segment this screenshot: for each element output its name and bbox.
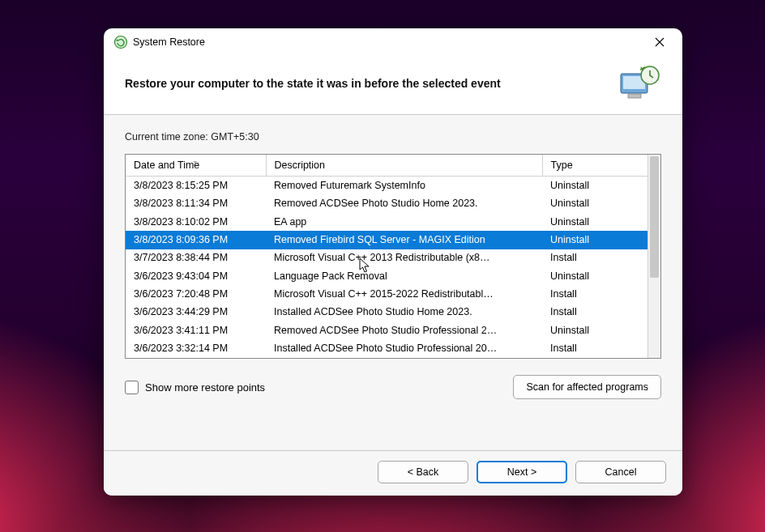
table-cell: Install <box>542 304 647 321</box>
titlebar[interactable]: System Restore <box>104 28 682 56</box>
header-band: Restore your computer to the state it wa… <box>104 56 682 115</box>
system-restore-icon <box>113 35 128 49</box>
close-button[interactable] <box>643 32 676 53</box>
window-title: System Restore <box>133 36 205 48</box>
table-cell: Removed ACDSee Photo Studio Home 2023. <box>266 194 542 212</box>
table-cell: Removed Firebird SQL Server - MAGIX Edit… <box>266 231 542 249</box>
table-cell: 3/6/2023 3:32:14 PM <box>126 340 266 358</box>
system-restore-window: System Restore Restore your computer to … <box>104 28 682 496</box>
sort-indicator-icon: ⌄ <box>192 156 199 164</box>
table-cell: Uninstall <box>542 177 647 195</box>
scrollbar-thumb[interactable] <box>650 156 659 278</box>
back-button[interactable]: < Back <box>378 461 468 483</box>
table-cell: Install <box>542 340 647 358</box>
table-cell: Removed ACDSee Photo Studio Professional… <box>266 321 542 339</box>
column-header-description[interactable]: Description <box>266 155 542 177</box>
close-icon <box>655 37 665 47</box>
table-cell: 3/7/2023 8:38:44 PM <box>126 249 266 267</box>
timezone-label: Current time zone: GMT+5:30 <box>125 131 661 143</box>
show-more-checkbox[interactable] <box>125 381 139 394</box>
wizard-body: Current time zone: GMT+5:30 Date and Tim… <box>104 115 682 450</box>
table-cell: Uninstall <box>542 194 647 212</box>
scan-affected-button[interactable]: Scan for affected programs <box>513 375 661 399</box>
column-header-type[interactable]: Type <box>542 155 647 177</box>
table-cell: 3/8/2023 8:11:34 PM <box>126 194 266 212</box>
table-cell: Installed ACDSee Photo Studio Home 2023. <box>266 304 542 321</box>
table-cell: EA app <box>266 213 542 231</box>
table-cell: 3/8/2023 8:10:02 PM <box>126 213 266 231</box>
table-row[interactable]: 3/6/2023 3:32:14 PMInstalled ACDSee Phot… <box>126 340 647 358</box>
table-cell: Microsoft Visual C++ 2015-2022 Redistrib… <box>266 285 542 303</box>
table-cell: Removed Futuremark SystemInfo <box>266 177 542 195</box>
table-row[interactable]: 3/8/2023 8:11:34 PMRemoved ACDSee Photo … <box>126 194 647 212</box>
table-cell: Microsoft Visual C++ 2013 Redistributabl… <box>266 249 542 267</box>
table-row[interactable]: 3/6/2023 7:20:48 PMMicrosoft Visual C++ … <box>126 285 647 303</box>
table-cell: 3/6/2023 3:41:11 PM <box>126 321 266 339</box>
table-row[interactable]: 3/8/2023 8:09:36 PMRemoved Firebird SQL … <box>126 231 647 249</box>
table-cell: Uninstall <box>542 267 647 285</box>
table-cell: 3/6/2023 3:44:29 PM <box>126 304 266 321</box>
table-cell: 3/8/2023 8:15:25 PM <box>126 177 266 195</box>
table-cell: Install <box>542 285 647 303</box>
svg-rect-3 <box>628 94 641 98</box>
show-more-label[interactable]: Show more restore points <box>145 381 265 394</box>
table-row[interactable]: 3/6/2023 3:41:11 PMRemoved ACDSee Photo … <box>126 321 647 339</box>
table-cell: Uninstall <box>542 321 647 339</box>
table-scrollbar[interactable] <box>647 155 660 358</box>
column-header-datetime[interactable]: Date and Time ⌄ <box>126 155 266 177</box>
table-cell: Language Pack Removal <box>266 267 542 285</box>
table-row[interactable]: 3/8/2023 8:15:25 PMRemoved Futuremark Sy… <box>126 177 647 195</box>
next-button[interactable]: Next > <box>477 461 567 483</box>
table-cell: 3/6/2023 7:20:48 PM <box>126 285 266 303</box>
table-cell: Install <box>542 249 647 267</box>
table-cell: 3/6/2023 9:43:04 PM <box>126 267 266 285</box>
table-cell: 3/8/2023 8:09:36 PM <box>126 231 266 249</box>
table-row[interactable]: 3/7/2023 8:38:44 PMMicrosoft Visual C++ … <box>126 249 647 267</box>
desktop-background: System Restore Restore your computer to … <box>0 0 765 532</box>
cancel-button[interactable]: Cancel <box>575 461 666 483</box>
page-heading: Restore your computer to the state it wa… <box>125 77 616 90</box>
table-cell: Uninstall <box>542 213 647 231</box>
wizard-footer: < Back Next > Cancel <box>104 450 682 496</box>
table-row[interactable]: 3/6/2023 3:44:29 PMInstalled ACDSee Phot… <box>126 304 647 321</box>
restore-illustration-icon <box>616 64 663 103</box>
table-header-row: Date and Time ⌄ Description Type <box>126 155 647 177</box>
table-row[interactable]: 3/6/2023 9:43:04 PMLanguage Pack Removal… <box>126 267 647 285</box>
table-cell: Installed ACDSee Photo Studio Profession… <box>266 340 542 358</box>
below-table-controls: Show more restore points Scan for affect… <box>125 375 661 399</box>
table-cell: Uninstall <box>542 231 647 249</box>
restore-points-table-container: Date and Time ⌄ Description Type 3/8/202… <box>125 154 661 359</box>
table-row[interactable]: 3/8/2023 8:10:02 PMEA appUninstall <box>126 213 647 231</box>
restore-points-table[interactable]: Date and Time ⌄ Description Type 3/8/202… <box>126 155 647 358</box>
column-header-label: Date and Time <box>134 160 199 171</box>
